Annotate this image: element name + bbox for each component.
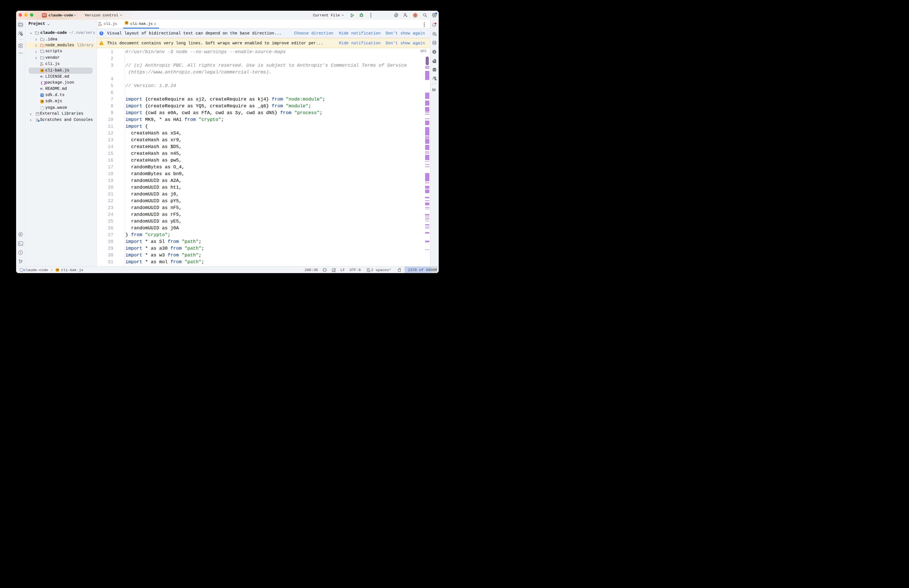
svg-text:?: ? [21, 34, 22, 36]
